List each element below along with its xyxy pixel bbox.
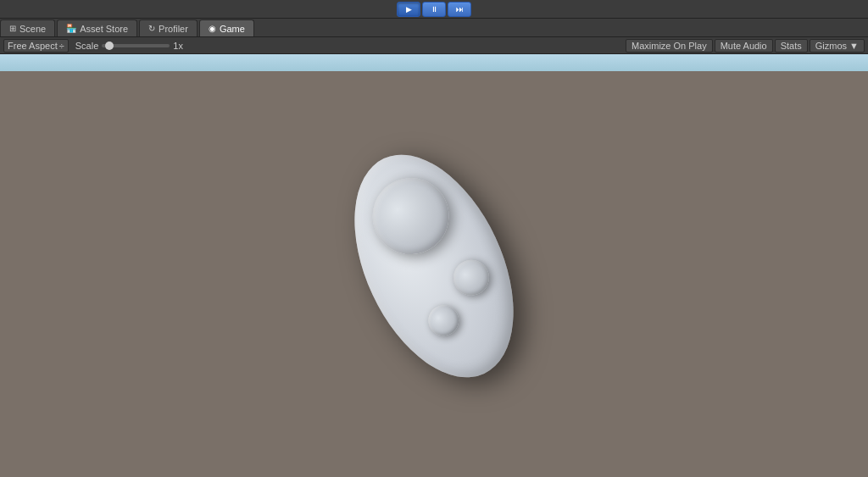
- asset-store-icon: 🏪: [66, 24, 76, 33]
- right-options: Maximize On Play Mute Audio Stats Gizmos…: [626, 39, 865, 53]
- scale-value: 1x: [173, 41, 183, 51]
- controller-button-left: [423, 300, 464, 341]
- game-viewport: [0, 54, 868, 477]
- tab-scene[interactable]: ⊞ Scene: [0, 19, 55, 36]
- step-button[interactable]: ⏭: [448, 2, 471, 17]
- mute-audio-button[interactable]: Mute Audio: [715, 39, 773, 53]
- controller-button-right: [448, 253, 495, 301]
- controller-trackpad: [360, 165, 462, 267]
- scene-icon: ⊞: [9, 24, 16, 33]
- gizmos-label: Gizmos ▼: [815, 41, 859, 51]
- profiler-icon: ↻: [148, 24, 155, 33]
- tab-scene-label: Scene: [19, 24, 46, 34]
- tab-profiler[interactable]: ↻ Profiler: [139, 19, 198, 36]
- aspect-arrow-icon: ÷: [59, 41, 64, 51]
- mute-label: Mute Audio: [721, 41, 767, 51]
- top-toolbar: ▶ ⏸ ⏭: [0, 0, 868, 19]
- scale-group: Scale 1x: [75, 41, 183, 51]
- scale-slider[interactable]: [102, 44, 170, 47]
- tab-asset-store[interactable]: 🏪 Asset Store: [57, 19, 137, 36]
- aspect-label: Free Aspect: [8, 41, 58, 51]
- aspect-dropdown[interactable]: Free Aspect ÷: [3, 39, 69, 53]
- gizmos-button[interactable]: Gizmos ▼: [810, 39, 865, 53]
- sky-band: [0, 54, 868, 71]
- maximize-on-play-button[interactable]: Maximize On Play: [626, 39, 713, 53]
- play-button[interactable]: ▶: [397, 2, 420, 17]
- maximize-label: Maximize On Play: [632, 41, 707, 51]
- tab-asset-store-label: Asset Store: [80, 24, 128, 34]
- pause-button[interactable]: ⏸: [422, 2, 446, 17]
- tab-bar: ⊞ Scene 🏪 Asset Store ↻ Profiler ◉ Game: [0, 19, 868, 37]
- tab-game-label: Game: [220, 24, 245, 34]
- game-icon: ◉: [209, 24, 216, 33]
- stats-label: Stats: [781, 41, 802, 51]
- options-bar: Free Aspect ÷ Scale 1x Maximize On Play …: [0, 37, 868, 54]
- scale-label: Scale: [75, 41, 99, 51]
- stats-button[interactable]: Stats: [775, 39, 808, 53]
- tab-game[interactable]: ◉ Game: [199, 19, 254, 36]
- scale-thumb: [105, 42, 114, 50]
- tab-profiler-label: Profiler: [159, 24, 188, 34]
